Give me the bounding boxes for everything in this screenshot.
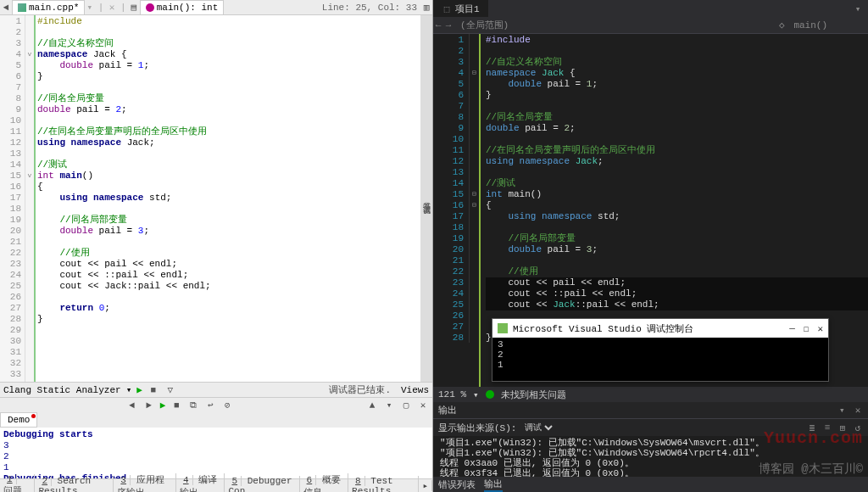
- console-body[interactable]: 321: [492, 338, 828, 372]
- pin-icon[interactable]: ▾: [837, 405, 847, 415]
- no-issues-icon: [486, 390, 494, 399]
- nav-fwd-icon[interactable]: →: [443, 20, 453, 31]
- views-label[interactable]: Views: [401, 385, 429, 395]
- filter-icon[interactable]: ▽: [164, 384, 176, 396]
- output-area[interactable]: Debugging starts321Debugging has finishe…: [0, 428, 432, 478]
- output-tab[interactable]: 输出: [484, 478, 503, 492]
- project-tab[interactable]: ⬚ 项目1: [433, 0, 488, 18]
- file-tab-label: main.cpp*: [29, 3, 79, 13]
- stop2-icon[interactable]: ■: [170, 400, 182, 411]
- wrap-icon[interactable]: ↩: [204, 400, 216, 411]
- split-h-icon[interactable]: ▥: [420, 2, 432, 14]
- maximize-icon[interactable]: ☐: [804, 323, 810, 334]
- side-label[interactable]: 书签 调试器: [420, 15, 432, 382]
- output-tabs: Demo: [0, 412, 432, 428]
- function-icon: [146, 3, 154, 12]
- left-gutter: 1234567891011121314151617181920212223242…: [0, 15, 25, 382]
- watermark: Yuucn.com: [764, 428, 863, 448]
- console-titlebar[interactable]: Microsoft Visual Studio 调试控制台 — ☐ ✕: [492, 319, 828, 338]
- clear-icon[interactable]: ⊘: [221, 400, 233, 411]
- qtcreator-pane: ◄ main.cpp* ▾ | ✕ | ▤ main(): int Line: …: [0, 0, 433, 492]
- right-navbar: ← → (全局范围) ◇ main(): [433, 17, 868, 34]
- settings-icon[interactable]: ▾: [383, 400, 395, 411]
- visualstudio-pane: ⬚ 项目1 ▾ ← → (全局范围) ◇ main() 123456789101…: [433, 0, 868, 492]
- bottom-tab[interactable]: 4 编译输出: [176, 473, 225, 493]
- minimize-icon[interactable]: —: [789, 323, 795, 334]
- left-tabbar: ◄ main.cpp* ▾ | ✕ | ▤ main(): int Line: …: [0, 0, 432, 15]
- cpp-tab-icon: ⬚: [442, 3, 452, 14]
- left-fold-column[interactable]: vv: [25, 15, 34, 382]
- errlist-tab[interactable]: 错误列表: [438, 478, 476, 491]
- bottom-tab[interactable]: 5 Debugger Con…: [225, 476, 299, 493]
- close-panel-icon[interactable]: ✕: [853, 405, 863, 415]
- attach-icon[interactable]: ⧉: [187, 400, 199, 411]
- analyzer-bar: Clang Static Analyzer ▾ ▶ ■ ▽ 调试器已结束. Vi…: [0, 382, 432, 397]
- func-selector[interactable]: main(): [787, 20, 834, 31]
- line-col-indicator: Line: 25, Col: 33: [322, 3, 417, 13]
- bottom-tabs: 1 问题2 Search Results3 应用程序输出4 编译输出5 Debu…: [0, 478, 432, 492]
- file-tab[interactable]: main.cpp*: [12, 0, 85, 14]
- pin-icon[interactable]: ▢: [400, 400, 412, 411]
- run-icon[interactable]: ▶: [160, 400, 166, 411]
- close-icon[interactable]: ✕: [817, 323, 823, 334]
- right-tabbar: ⬚ 项目1 ▾: [433, 0, 868, 17]
- debugger-status: 调试器已结束.: [329, 383, 391, 396]
- nav-back-icon[interactable]: ←: [433, 20, 443, 31]
- output-header: 输出 ▾ ✕: [433, 402, 868, 419]
- bottom-tab[interactable]: 8 Test Results: [348, 476, 419, 493]
- play-icon[interactable]: ▶: [136, 384, 142, 395]
- console-title-text: Microsoft Visual Studio 调试控制台: [513, 322, 693, 335]
- output-source-label: 显示输出来源(S):: [438, 422, 516, 434]
- up-icon[interactable]: ▲: [366, 400, 378, 411]
- func-nav-icon: ◇: [776, 20, 787, 31]
- output-source-select[interactable]: 调试: [521, 422, 555, 433]
- left-code-area[interactable]: #include //自定义名称空间namespace Jack { doubl…: [34, 15, 420, 382]
- analyzer-label: Clang Static Analyzer: [3, 385, 121, 395]
- func-tab[interactable]: main(): int: [140, 0, 225, 14]
- tab-sep: ▾ | ✕ |: [86, 2, 125, 13]
- fwd-icon[interactable]: ►: [143, 400, 155, 411]
- debug-console-window[interactable]: Microsoft Visual Studio 调试控制台 — ☐ ✕ 321: [492, 318, 829, 382]
- zoom-level[interactable]: 121 %: [438, 389, 466, 400]
- vs-icon: [498, 323, 508, 333]
- zoom-dropdown-icon[interactable]: ▾: [473, 389, 479, 400]
- split-icon[interactable]: ▤: [128, 2, 140, 14]
- dropdown-icon[interactable]: ▾: [853, 3, 863, 14]
- bottom-tab[interactable]: 3 应用程序输出: [114, 473, 176, 493]
- scope-selector[interactable]: (全局范围): [453, 19, 515, 31]
- output-title: 输出: [438, 404, 457, 417]
- left-editor[interactable]: 1234567891011121314151617181920212223242…: [0, 15, 432, 382]
- cpp-file-icon: [18, 3, 26, 12]
- output-toolbar: Clang Static Analyzer ◄ ► ▶ ■ ⧉ ↩ ⊘ ▲ ▾ …: [0, 397, 432, 412]
- nav-left-icon[interactable]: ◄: [0, 2, 12, 14]
- issues-text: 未找到相关问题: [501, 389, 566, 401]
- right-bottom-tabs: 错误列表 输出: [433, 477, 868, 492]
- more-icon[interactable]: ▸: [419, 480, 432, 491]
- watermark2: 博客园 @木三百川©: [759, 461, 863, 477]
- right-gutter: 1234567891011121314151617181920212223242…: [433, 34, 469, 387]
- right-fold-column[interactable]: ⊟⊟⊟: [469, 34, 479, 387]
- back-icon[interactable]: ◄: [126, 400, 138, 411]
- right-statusbar: 121 % ▾ 未找到相关问题: [433, 387, 868, 402]
- bottom-tab[interactable]: 6 概要信息: [300, 473, 349, 493]
- demo-tab[interactable]: Demo: [0, 412, 37, 428]
- bottom-tab[interactable]: 2 Search Results: [35, 476, 114, 493]
- func-tab-label: main(): int: [157, 3, 219, 13]
- stop-icon[interactable]: ■: [147, 384, 159, 396]
- analyzer-dropdown-icon[interactable]: ▾: [126, 384, 132, 395]
- close-out-icon[interactable]: ✕: [417, 400, 429, 411]
- bottom-tab[interactable]: 1 问题: [0, 474, 35, 492]
